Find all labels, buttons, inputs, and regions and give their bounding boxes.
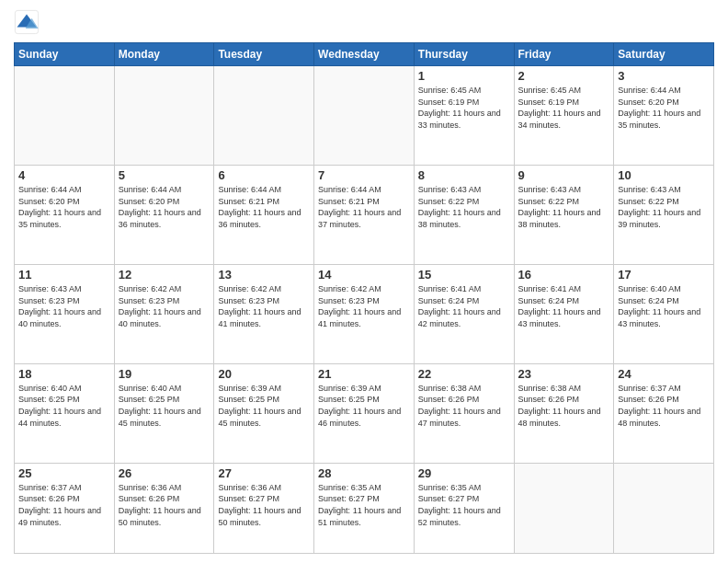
page: SundayMondayTuesdayWednesdayThursdayFrid… <box>0 0 728 563</box>
day-number: 26 <box>119 466 210 480</box>
day-info: Sunrise: 6:35 AM Sunset: 6:27 PM Dayligh… <box>318 482 410 528</box>
calendar-week-1: 4Sunrise: 6:44 AM Sunset: 6:20 PM Daylig… <box>15 165 714 264</box>
calendar-week-2: 11Sunrise: 6:43 AM Sunset: 6:23 PM Dayli… <box>15 264 714 363</box>
day-info: Sunrise: 6:38 AM Sunset: 6:26 PM Dayligh… <box>418 383 510 429</box>
header-day-thursday: Thursday <box>414 43 514 66</box>
calendar-cell: 18Sunrise: 6:40 AM Sunset: 6:25 PM Dayli… <box>15 363 115 463</box>
day-info: Sunrise: 6:36 AM Sunset: 6:27 PM Dayligh… <box>218 482 310 528</box>
day-number: 1 <box>418 69 510 83</box>
day-number: 28 <box>318 466 410 480</box>
calendar-cell: 4Sunrise: 6:44 AM Sunset: 6:20 PM Daylig… <box>15 165 115 264</box>
day-info: Sunrise: 6:41 AM Sunset: 6:24 PM Dayligh… <box>518 283 610 329</box>
day-number: 17 <box>618 268 710 282</box>
day-info: Sunrise: 6:40 AM Sunset: 6:25 PM Dayligh… <box>119 383 210 429</box>
calendar-cell: 7Sunrise: 6:44 AM Sunset: 6:21 PM Daylig… <box>314 165 415 264</box>
day-number: 16 <box>518 268 610 282</box>
calendar-cell: 1Sunrise: 6:45 AM Sunset: 6:19 PM Daylig… <box>414 66 514 166</box>
day-number: 10 <box>618 168 710 182</box>
calendar-cell <box>214 66 314 166</box>
day-info: Sunrise: 6:38 AM Sunset: 6:26 PM Dayligh… <box>518 383 610 429</box>
header <box>14 9 714 35</box>
calendar-cell: 22Sunrise: 6:38 AM Sunset: 6:26 PM Dayli… <box>414 363 514 463</box>
header-day-monday: Monday <box>114 43 214 66</box>
calendar-cell: 8Sunrise: 6:43 AM Sunset: 6:22 PM Daylig… <box>414 165 514 264</box>
calendar-cell: 14Sunrise: 6:42 AM Sunset: 6:23 PM Dayli… <box>314 264 415 363</box>
calendar-cell: 21Sunrise: 6:39 AM Sunset: 6:25 PM Dayli… <box>314 363 415 463</box>
day-number: 7 <box>318 168 410 182</box>
day-number: 11 <box>18 268 110 282</box>
calendar-header: SundayMondayTuesdayWednesdayThursdayFrid… <box>15 43 714 66</box>
calendar-cell: 28Sunrise: 6:35 AM Sunset: 6:27 PM Dayli… <box>314 463 415 553</box>
day-number: 21 <box>318 367 410 381</box>
calendar-cell: 29Sunrise: 6:35 AM Sunset: 6:27 PM Dayli… <box>414 463 514 553</box>
calendar-week-4: 25Sunrise: 6:37 AM Sunset: 6:26 PM Dayli… <box>15 463 714 553</box>
day-number: 19 <box>119 367 210 381</box>
day-number: 18 <box>18 367 110 381</box>
day-info: Sunrise: 6:43 AM Sunset: 6:22 PM Dayligh… <box>518 184 610 230</box>
day-info: Sunrise: 6:42 AM Sunset: 6:23 PM Dayligh… <box>218 283 310 329</box>
day-number: 15 <box>418 268 510 282</box>
day-info: Sunrise: 6:35 AM Sunset: 6:27 PM Dayligh… <box>418 482 510 528</box>
calendar-cell: 26Sunrise: 6:36 AM Sunset: 6:26 PM Dayli… <box>114 463 214 553</box>
calendar-cell <box>15 66 115 166</box>
day-info: Sunrise: 6:44 AM Sunset: 6:21 PM Dayligh… <box>318 184 410 230</box>
logo-icon <box>14 9 40 35</box>
day-info: Sunrise: 6:43 AM Sunset: 6:23 PM Dayligh… <box>18 283 110 329</box>
calendar-cell: 16Sunrise: 6:41 AM Sunset: 6:24 PM Dayli… <box>514 264 614 363</box>
day-number: 25 <box>18 466 110 480</box>
calendar-cell <box>314 66 415 166</box>
header-day-wednesday: Wednesday <box>314 43 415 66</box>
day-number: 12 <box>119 268 210 282</box>
day-number: 6 <box>218 168 310 182</box>
day-number: 23 <box>518 367 610 381</box>
day-info: Sunrise: 6:39 AM Sunset: 6:25 PM Dayligh… <box>318 383 410 429</box>
header-row: SundayMondayTuesdayWednesdayThursdayFrid… <box>15 43 714 66</box>
logo <box>14 9 43 35</box>
calendar-cell: 15Sunrise: 6:41 AM Sunset: 6:24 PM Dayli… <box>414 264 514 363</box>
calendar-cell: 27Sunrise: 6:36 AM Sunset: 6:27 PM Dayli… <box>214 463 314 553</box>
day-number: 5 <box>119 168 210 182</box>
day-info: Sunrise: 6:42 AM Sunset: 6:23 PM Dayligh… <box>119 283 210 329</box>
calendar-cell: 2Sunrise: 6:45 AM Sunset: 6:19 PM Daylig… <box>514 66 614 166</box>
day-info: Sunrise: 6:43 AM Sunset: 6:22 PM Dayligh… <box>618 184 710 230</box>
day-number: 2 <box>518 69 610 83</box>
calendar-cell: 20Sunrise: 6:39 AM Sunset: 6:25 PM Dayli… <box>214 363 314 463</box>
day-number: 22 <box>418 367 510 381</box>
calendar-cell: 12Sunrise: 6:42 AM Sunset: 6:23 PM Dayli… <box>114 264 214 363</box>
day-info: Sunrise: 6:45 AM Sunset: 6:19 PM Dayligh… <box>418 85 510 131</box>
calendar-cell: 19Sunrise: 6:40 AM Sunset: 6:25 PM Dayli… <box>114 363 214 463</box>
header-day-saturday: Saturday <box>614 43 714 66</box>
calendar-cell: 9Sunrise: 6:43 AM Sunset: 6:22 PM Daylig… <box>514 165 614 264</box>
calendar-cell: 10Sunrise: 6:43 AM Sunset: 6:22 PM Dayli… <box>614 165 714 264</box>
day-number: 13 <box>218 268 310 282</box>
day-info: Sunrise: 6:44 AM Sunset: 6:20 PM Dayligh… <box>618 85 710 131</box>
day-number: 24 <box>618 367 710 381</box>
calendar-cell: 13Sunrise: 6:42 AM Sunset: 6:23 PM Dayli… <box>214 264 314 363</box>
calendar-cell: 25Sunrise: 6:37 AM Sunset: 6:26 PM Dayli… <box>15 463 115 553</box>
calendar-body: 1Sunrise: 6:45 AM Sunset: 6:19 PM Daylig… <box>15 66 714 554</box>
day-info: Sunrise: 6:41 AM Sunset: 6:24 PM Dayligh… <box>418 283 510 329</box>
header-day-tuesday: Tuesday <box>214 43 314 66</box>
day-number: 3 <box>618 69 710 83</box>
calendar-cell <box>514 463 614 553</box>
calendar-table: SundayMondayTuesdayWednesdayThursdayFrid… <box>14 42 714 554</box>
day-info: Sunrise: 6:36 AM Sunset: 6:26 PM Dayligh… <box>119 482 210 528</box>
day-info: Sunrise: 6:44 AM Sunset: 6:21 PM Dayligh… <box>218 184 310 230</box>
calendar-cell: 17Sunrise: 6:40 AM Sunset: 6:24 PM Dayli… <box>614 264 714 363</box>
day-info: Sunrise: 6:45 AM Sunset: 6:19 PM Dayligh… <box>518 85 610 131</box>
calendar-week-3: 18Sunrise: 6:40 AM Sunset: 6:25 PM Dayli… <box>15 363 714 463</box>
day-info: Sunrise: 6:44 AM Sunset: 6:20 PM Dayligh… <box>119 184 210 230</box>
day-number: 20 <box>218 367 310 381</box>
day-info: Sunrise: 6:43 AM Sunset: 6:22 PM Dayligh… <box>418 184 510 230</box>
header-day-sunday: Sunday <box>15 43 115 66</box>
calendar-cell: 3Sunrise: 6:44 AM Sunset: 6:20 PM Daylig… <box>614 66 714 166</box>
day-info: Sunrise: 6:40 AM Sunset: 6:25 PM Dayligh… <box>18 383 110 429</box>
day-number: 4 <box>18 168 110 182</box>
header-day-friday: Friday <box>514 43 614 66</box>
day-number: 14 <box>318 268 410 282</box>
calendar-cell: 5Sunrise: 6:44 AM Sunset: 6:20 PM Daylig… <box>114 165 214 264</box>
calendar-cell: 6Sunrise: 6:44 AM Sunset: 6:21 PM Daylig… <box>214 165 314 264</box>
calendar-week-0: 1Sunrise: 6:45 AM Sunset: 6:19 PM Daylig… <box>15 66 714 166</box>
day-info: Sunrise: 6:37 AM Sunset: 6:26 PM Dayligh… <box>618 383 710 429</box>
day-info: Sunrise: 6:44 AM Sunset: 6:20 PM Dayligh… <box>18 184 110 230</box>
